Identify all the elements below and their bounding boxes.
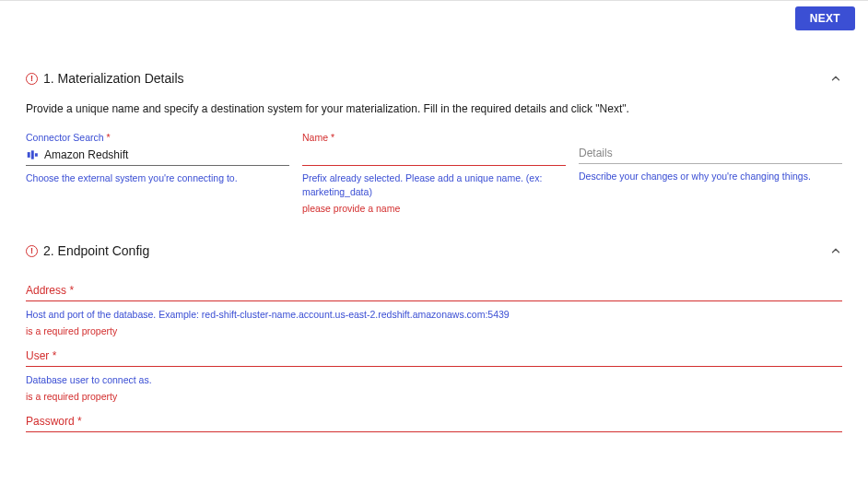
field-label: Address * bbox=[26, 284, 842, 300]
next-button[interactable]: NEXT bbox=[795, 6, 855, 30]
field-error: is a required property bbox=[26, 325, 842, 336]
chevron-up-icon[interactable] bbox=[829, 244, 842, 257]
topbar: NEXT bbox=[0, 1, 868, 30]
svg-rect-1 bbox=[31, 150, 34, 159]
connector-search-input[interactable]: Amazon Redshift bbox=[26, 147, 289, 166]
materialization-fields-row: Connector Search * Amazon Redshift Choos… bbox=[26, 132, 842, 216]
details-field: Details Describe your changes or why you… bbox=[579, 132, 842, 216]
field-label: Connector Search * bbox=[26, 132, 289, 143]
field-helper: Prefix already selected. Please add a un… bbox=[302, 171, 566, 198]
field-label: Name * bbox=[302, 132, 566, 143]
name-field: Name * Prefix already selected. Please a… bbox=[302, 132, 566, 216]
svg-rect-2 bbox=[35, 153, 38, 157]
name-input[interactable] bbox=[302, 147, 566, 166]
section-title-wrap: ! 1. Materialization Details bbox=[26, 71, 184, 86]
password-input[interactable] bbox=[26, 431, 842, 432]
user-field: User * Database user to connect as. is a… bbox=[26, 349, 842, 402]
user-input[interactable] bbox=[26, 366, 842, 367]
chevron-up-icon[interactable] bbox=[829, 72, 842, 85]
section-description: Provide a unique name and specify a dest… bbox=[26, 102, 842, 115]
amazon-redshift-icon bbox=[26, 148, 39, 161]
section-title-wrap: ! 2. Endpoint Config bbox=[26, 243, 149, 258]
field-helper: Describe your changes or why you're chan… bbox=[579, 170, 842, 183]
field-error: please provide a name bbox=[302, 202, 566, 216]
section-title: 1. Materialization Details bbox=[43, 71, 184, 86]
address-field: Address * Host and port of the database.… bbox=[26, 284, 842, 336]
field-helper: Database user to connect as. bbox=[26, 374, 842, 385]
field-helper: Choose the external system you're connec… bbox=[26, 171, 289, 185]
content-area: ! 1. Materialization Details Provide a u… bbox=[0, 71, 868, 451]
section-header-materialization[interactable]: ! 1. Materialization Details bbox=[26, 71, 842, 86]
connector-search-field: Connector Search * Amazon Redshift Choos… bbox=[26, 132, 289, 216]
svg-rect-0 bbox=[28, 152, 30, 158]
field-helper: Host and port of the database. Example: … bbox=[26, 309, 842, 320]
alert-icon: ! bbox=[26, 245, 38, 257]
field-error: is a required property bbox=[26, 391, 842, 402]
alert-icon: ! bbox=[26, 73, 38, 85]
name-text-input[interactable] bbox=[302, 148, 566, 161]
details-input[interactable]: Details bbox=[579, 145, 842, 164]
address-input[interactable] bbox=[26, 300, 842, 301]
connector-value: Amazon Redshift bbox=[44, 148, 128, 161]
field-label: User * bbox=[26, 349, 842, 366]
password-field: Password * bbox=[26, 415, 842, 432]
section-header-endpoint[interactable]: ! 2. Endpoint Config bbox=[26, 243, 842, 258]
details-placeholder: Details bbox=[579, 147, 613, 159]
field-label: Password * bbox=[26, 415, 842, 431]
section-title: 2. Endpoint Config bbox=[43, 243, 149, 258]
